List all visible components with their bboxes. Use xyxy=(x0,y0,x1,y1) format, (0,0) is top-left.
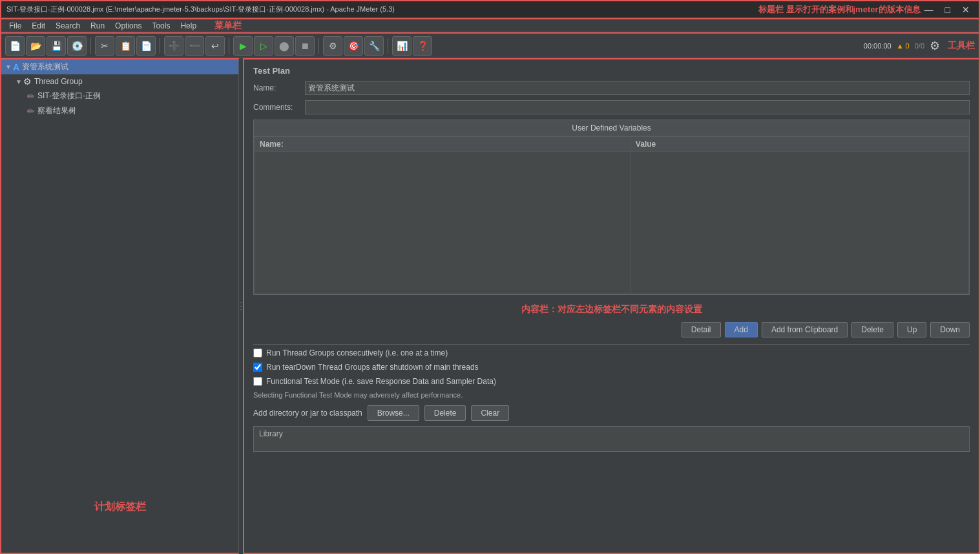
menu-item-options[interactable]: Options xyxy=(110,20,147,32)
sep3 xyxy=(229,38,229,54)
udf-value-col: Value xyxy=(630,137,968,152)
browse-button[interactable]: Browse... xyxy=(368,405,419,421)
save-all-button[interactable]: 💾 xyxy=(47,36,66,56)
stop-button[interactable]: ⬤ xyxy=(275,36,294,56)
toggle-button[interactable]: ↩ xyxy=(205,36,225,56)
menu-item-tools[interactable]: Tools xyxy=(147,20,175,32)
checkbox-row-2: Run tearDown Thread Groups after shutdow… xyxy=(253,363,970,372)
checkbox-consecutive[interactable] xyxy=(253,348,262,357)
checkbox-functional[interactable] xyxy=(253,377,262,386)
run-no-pause-button[interactable]: ▷ xyxy=(254,36,273,56)
copy-button[interactable]: 📋 xyxy=(116,36,135,56)
add-button[interactable]: Add xyxy=(725,322,758,337)
cut-button[interactable]: ✂ xyxy=(95,36,114,56)
name-row: Name: xyxy=(253,81,970,95)
collapse-button[interactable]: ➖ xyxy=(185,36,204,56)
close-button[interactable]: ✕ xyxy=(958,3,974,16)
comments-row: Comments: xyxy=(253,100,970,114)
checkbox-functional-label: Functional Test Mode (i.e. save Response… xyxy=(266,377,496,386)
sep2 xyxy=(160,38,160,54)
udf-name-cell[interactable] xyxy=(255,152,631,294)
note-text: Selecting Functional Test Mode may adver… xyxy=(253,391,970,399)
menu-annotation: 菜单栏 xyxy=(214,20,242,32)
sit-icon: ✏ xyxy=(27,91,35,101)
content-annotation: 内容栏：对应左边标签栏不同元素的内容设置 xyxy=(521,304,702,314)
tree-item-thread-group[interactable]: ▼ ⚙ Thread Group xyxy=(1,74,238,89)
content-area: Test Plan Name: Comments: User Defined V… xyxy=(243,58,980,554)
thread-group-icon: ⚙ xyxy=(23,76,32,87)
warn-badge: ▲ 0 xyxy=(897,42,910,50)
comments-input[interactable] xyxy=(305,100,970,114)
table-actions: Detail Add Add from Clipboard Delete Up … xyxy=(253,322,970,337)
sep1 xyxy=(90,38,91,54)
sep5 xyxy=(388,38,388,54)
up-button[interactable]: Up xyxy=(897,322,926,337)
results-icon: ✏ xyxy=(27,106,35,116)
library-section: Library xyxy=(253,426,970,452)
library-label: Library xyxy=(259,429,283,438)
save-button[interactable]: 💽 xyxy=(67,36,87,56)
menu-item-help[interactable]: Help xyxy=(175,20,202,32)
divider1 xyxy=(253,344,970,345)
title-text: SIT-登录接口-正例-000028.jmx (E:\meter\apache-… xyxy=(6,5,745,14)
comments-label: Comments: xyxy=(253,103,305,112)
remote-stop-button[interactable]: 🎯 xyxy=(344,36,363,56)
checkbox-consecutive-label: Run Thread Groups consecutively (i.e. on… xyxy=(266,348,448,357)
paste-button[interactable]: 📄 xyxy=(136,36,156,56)
remote-clear-button[interactable]: 🔧 xyxy=(364,36,384,56)
menu-bar: File Edit Search Run Options Tools Help … xyxy=(0,18,980,32)
expand-button[interactable]: ➕ xyxy=(164,36,183,56)
name-input[interactable] xyxy=(305,81,970,95)
main-layout: ▼ A 资管系统测试 ▼ ⚙ Thread Group ✏ SIT-登录接口-正… xyxy=(0,58,980,554)
menu-item-file[interactable]: File xyxy=(4,20,26,32)
timer-display: 00:00:00 xyxy=(864,42,891,50)
menu-item-run[interactable]: Run xyxy=(85,20,110,32)
new-button[interactable]: 📄 xyxy=(5,36,25,56)
tree-item-root[interactable]: ▼ A 资管系统测试 xyxy=(1,59,238,74)
tree-label-root: 资管系统测试 xyxy=(22,61,68,72)
error-badge: 0/0 xyxy=(915,42,924,50)
expand-icon-tg: ▼ xyxy=(16,78,22,85)
settings-icon[interactable]: ⚙ xyxy=(930,39,940,53)
classpath-clear-button[interactable]: Clear xyxy=(471,405,509,421)
tree-label-results: 察看结果树 xyxy=(37,105,76,116)
help-button[interactable]: ❓ xyxy=(413,36,432,56)
checkbox-teardown-label: Run tearDown Thread Groups after shutdow… xyxy=(266,363,479,372)
tree-item-sit[interactable]: ✏ SIT-登录接口-正例 xyxy=(1,89,238,103)
tree-label-sit: SIT-登录接口-正例 xyxy=(37,91,101,101)
classpath-row: Add directory or jar to classpath Browse… xyxy=(253,405,970,421)
tree-label-thread-group: Thread Group xyxy=(34,77,83,86)
title-bar: SIT-登录接口-正例-000028.jmx (E:\meter\apache-… xyxy=(0,0,980,18)
sidebar-annotation: 计划标签栏 xyxy=(94,500,146,514)
add-from-clipboard-button[interactable]: Add from Clipboard xyxy=(762,322,848,337)
down-button[interactable]: Down xyxy=(930,322,970,337)
minimize-button[interactable]: — xyxy=(921,3,937,16)
report-button[interactable]: 📊 xyxy=(392,36,412,56)
root-icon: A xyxy=(13,62,19,72)
udf-name-col: Name: xyxy=(255,137,631,152)
udf-header: User Defined Variables xyxy=(254,120,969,136)
udf-empty-row xyxy=(255,152,969,294)
checkbox-row-1: Run Thread Groups consecutively (i.e. on… xyxy=(253,348,970,357)
toolbar-right: 00:00:00 ▲ 0 0/0 ⚙ xyxy=(864,39,940,53)
tree-item-results[interactable]: ✏ 察看结果树 xyxy=(1,103,238,118)
detail-button[interactable]: Detail xyxy=(682,322,721,337)
remote-start-button[interactable]: ⚙ xyxy=(323,36,342,56)
menu-item-edit[interactable]: Edit xyxy=(26,20,50,32)
open-button[interactable]: 📂 xyxy=(26,36,45,56)
checkbox-row-3: Functional Test Mode (i.e. save Response… xyxy=(253,377,970,386)
name-label: Name: xyxy=(253,83,305,92)
classpath-delete-button[interactable]: Delete xyxy=(424,405,466,421)
expand-icon: ▼ xyxy=(5,63,12,70)
sidebar: ▼ A 资管系统测试 ▼ ⚙ Thread Group ✏ SIT-登录接口-正… xyxy=(0,58,239,554)
content-annotation-wrapper: 内容栏：对应左边标签栏不同元素的内容设置 xyxy=(253,297,970,322)
checkbox-teardown[interactable] xyxy=(253,363,262,372)
section-title: Test Plan xyxy=(253,66,970,76)
window-controls: — □ ✕ xyxy=(921,3,974,16)
run-button[interactable]: ▶ xyxy=(233,36,253,56)
udf-value-cell[interactable] xyxy=(630,152,968,294)
delete-vars-button[interactable]: Delete xyxy=(851,322,893,337)
restore-button[interactable]: □ xyxy=(941,3,954,16)
shutdown-button[interactable]: ⏹ xyxy=(295,36,315,56)
menu-item-search[interactable]: Search xyxy=(50,20,85,32)
